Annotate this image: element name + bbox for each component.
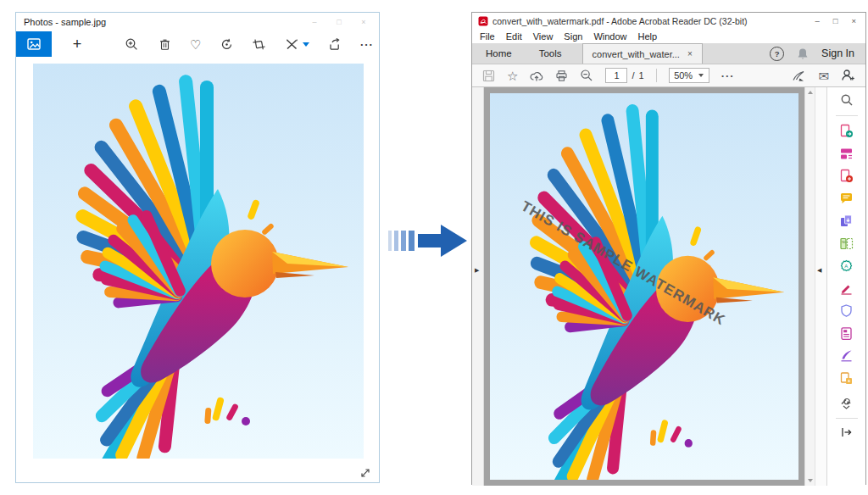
export-pdf-icon <box>839 124 854 138</box>
edit-create-icon <box>285 37 299 52</box>
acrobat-menubar: File Edit View Sign Window Help <box>472 29 865 43</box>
star-icon: ☆ <box>507 69 518 83</box>
wrench-icon <box>839 393 854 405</box>
minimize-button[interactable]: – <box>310 18 319 26</box>
favorite-button[interactable]: ♡ <box>190 38 201 51</box>
plus-icon: + <box>73 36 82 53</box>
open-tools-panel-button[interactable] <box>840 426 853 438</box>
prepare-form-tool[interactable] <box>839 326 854 341</box>
sign-in-button[interactable]: Sign In <box>821 47 854 59</box>
expand-nav-pane-icon[interactable]: ▶ <box>475 267 479 274</box>
close-button[interactable]: × <box>851 16 856 25</box>
crop-icon <box>252 37 266 52</box>
chevron-down-icon[interactable] <box>303 42 309 47</box>
collapse-tools-pane-icon[interactable]: ◀ <box>817 267 821 274</box>
protect-tool[interactable] <box>839 303 854 318</box>
export-pdf-tool[interactable] <box>839 124 854 138</box>
zoom-level-select[interactable]: 50% <box>669 68 709 83</box>
menu-window[interactable]: Window <box>593 31 626 42</box>
create-pdf-icon <box>839 169 854 183</box>
share-button[interactable] <box>327 37 342 52</box>
menu-file[interactable]: File <box>480 31 495 42</box>
question-icon: ? <box>775 49 780 58</box>
save-icon[interactable] <box>482 70 495 82</box>
print-icon[interactable] <box>555 70 568 82</box>
right-arrow-icon <box>387 219 471 263</box>
ellipsis-icon: ··· <box>360 38 374 51</box>
fill-sign-pen-icon[interactable] <box>792 70 806 82</box>
rotate-button[interactable] <box>220 37 234 52</box>
photos-titlebar: Photos - sample.jpg – □ × <box>16 13 379 31</box>
add-to-button[interactable]: + <box>64 31 91 57</box>
organize-pages-tool[interactable]: NC <box>839 236 854 251</box>
add-person-icon[interactable] <box>841 69 855 82</box>
search-icon <box>840 93 854 107</box>
tools-pane-toggle-strip[interactable]: ◀ <box>815 87 826 486</box>
form-page-icon <box>839 326 854 341</box>
compress-pdf-tool[interactable] <box>839 371 854 386</box>
magnifier-plus-icon <box>125 37 139 52</box>
scroll-up-icon[interactable] <box>808 91 813 94</box>
hummingbird-image <box>33 64 364 459</box>
conversion-arrow <box>387 219 471 263</box>
expand-diagonal-icon <box>359 467 371 479</box>
edit-pdf-tool[interactable] <box>839 147 854 161</box>
navigation-pane-strip[interactable]: ▶ <box>472 87 484 486</box>
comment-tool[interactable] <box>839 192 854 206</box>
trash-icon <box>158 37 172 52</box>
maximize-button[interactable]: □ <box>833 16 838 25</box>
tab-close-icon[interactable]: × <box>687 49 693 58</box>
favorite-star-button[interactable]: ☆ <box>507 70 518 82</box>
see-all-photos-button[interactable] <box>16 31 52 57</box>
toolbar-overflow-button[interactable]: ··· <box>721 70 735 82</box>
acrobat-window-title: convert_with_watermark.pdf - Adobe Acrob… <box>492 16 748 26</box>
zoom-level-value: 50% <box>674 70 693 81</box>
page-number-input[interactable]: 1 <box>605 68 627 83</box>
help-button[interactable]: ? <box>770 47 784 61</box>
photo-stage <box>16 57 379 484</box>
fill-and-sign-tool[interactable] <box>839 281 854 296</box>
delete-button[interactable] <box>158 37 172 52</box>
page-total: 1 <box>639 70 644 81</box>
crop-button[interactable] <box>252 37 266 52</box>
close-button[interactable]: × <box>359 18 368 26</box>
photos-window: Photos - sample.jpg – □ × + <box>15 12 380 483</box>
zoom-out-icon[interactable] <box>580 69 593 82</box>
edit-create-button[interactable] <box>285 37 309 52</box>
menu-view[interactable]: View <box>533 31 554 42</box>
tab-tools[interactable]: Tools <box>526 43 576 64</box>
rotate-icon <box>220 37 234 52</box>
envelope-icon: ✉ <box>818 69 829 83</box>
scroll-down-icon[interactable] <box>808 479 813 482</box>
pdf-page[interactable]: THIS IS SAMPLE WATERMARK <box>490 93 798 480</box>
bell-icon[interactable] <box>797 47 809 60</box>
certificates-tool[interactable] <box>839 348 854 363</box>
minimize-button[interactable]: – <box>815 16 819 25</box>
maximize-button[interactable]: □ <box>335 18 343 26</box>
redact-tool[interactable]: A <box>839 259 854 273</box>
vertical-scrollbar[interactable] <box>804 87 815 486</box>
more-tools-button[interactable] <box>839 393 854 409</box>
menu-edit[interactable]: Edit <box>506 31 522 42</box>
svg-text:A: A <box>844 264 848 269</box>
cloud-upload-icon[interactable] <box>530 70 543 82</box>
tab-document[interactable]: convert_with_water... × <box>582 43 703 64</box>
acrobat-titlebar: convert_with_watermark.pdf - Adobe Acrob… <box>472 13 865 29</box>
sidebar-divider <box>836 115 858 116</box>
see-more-button[interactable]: ··· <box>360 38 374 51</box>
search-tool[interactable] <box>840 93 854 107</box>
tab-home[interactable]: Home <box>472 43 526 64</box>
pdf-file-icon <box>478 16 488 26</box>
quill-pen-icon <box>839 348 854 363</box>
send-mail-button[interactable]: ✉ <box>818 70 829 82</box>
combine-files-tool[interactable] <box>839 214 854 228</box>
menu-sign[interactable]: Sign <box>564 31 582 42</box>
caret-down-icon <box>698 74 704 77</box>
fullscreen-button[interactable] <box>359 467 371 479</box>
menu-help[interactable]: Help <box>638 31 658 42</box>
ellipsis-icon: ··· <box>721 70 735 82</box>
share-icon <box>327 37 342 52</box>
tab-document-label: convert_with_water... <box>593 49 680 59</box>
zoom-button[interactable] <box>125 37 139 52</box>
create-pdf-tool[interactable] <box>839 169 854 183</box>
